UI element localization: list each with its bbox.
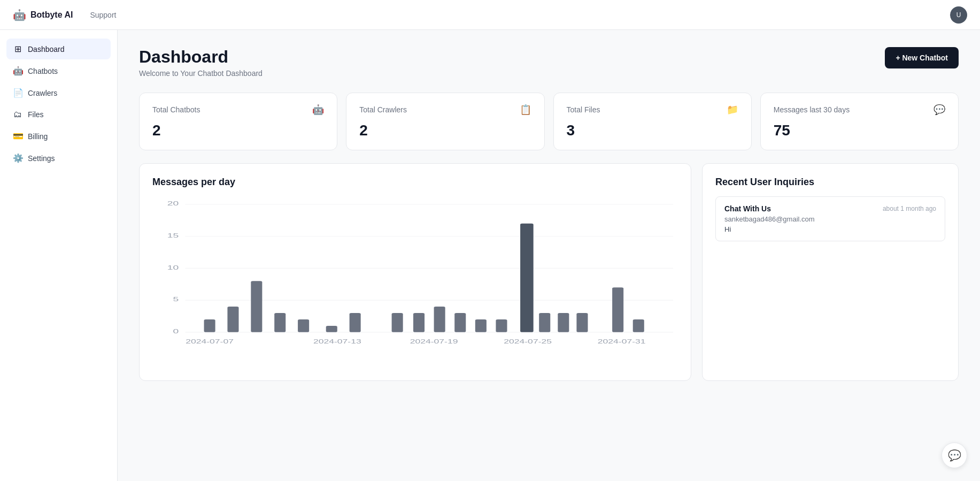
svg-rect-17 <box>392 313 403 332</box>
stat-label-crawlers: Total Crawlers <box>359 105 407 114</box>
stat-icon-chatbots: 🤖 <box>312 104 324 116</box>
inquiry-email: sanketbagad486@gmail.com <box>724 215 936 223</box>
svg-text:20: 20 <box>167 200 179 207</box>
stat-value-chatbots: 2 <box>152 122 324 139</box>
layout: ⊞ Dashboard 🤖 Chatbots 📄 Crawlers 🗂 File… <box>0 30 980 481</box>
svg-rect-25 <box>558 313 569 332</box>
inquiry-message: Hi <box>724 225 936 233</box>
chart-title: Messages per day <box>152 177 678 188</box>
new-chatbot-button[interactable]: + New Chatbot <box>885 47 959 68</box>
svg-text:2024-07-25: 2024-07-25 <box>504 339 552 345</box>
sidebar-label-crawlers: Crawlers <box>28 89 57 97</box>
svg-rect-21 <box>475 319 487 332</box>
chart-card: Messages per day 20 15 10 5 0 <box>139 163 691 381</box>
stat-card-chatbots: Total Chatbots 🤖 2 <box>139 93 337 150</box>
support-link[interactable]: Support <box>90 11 116 19</box>
svg-rect-12 <box>251 281 262 332</box>
chart-svg: 20 15 10 5 0 <box>152 196 678 368</box>
stat-card-messages: Messages last 30 days 💬 75 <box>760 93 959 150</box>
stat-card-crawlers: Total Crawlers 📋 2 <box>346 93 544 150</box>
inquiry-header: Chat With Us about 1 month ago <box>724 204 936 213</box>
files-icon: 🗂 <box>13 110 22 119</box>
chat-fab-button[interactable]: 💬 <box>942 442 967 468</box>
inquiries-title: Recent User Inquiries <box>715 177 945 188</box>
chart-area: 20 15 10 5 0 <box>152 196 678 368</box>
page-subtitle: Welcome to Your Chatbot Dashboard <box>139 69 263 78</box>
svg-text:2024-07-13: 2024-07-13 <box>313 339 361 345</box>
topnav-left: 🤖 Botbyte AI Support <box>13 9 116 21</box>
chat-fab-icon: 💬 <box>948 449 961 462</box>
bottom-row: Messages per day 20 15 10 5 0 <box>139 163 959 381</box>
svg-rect-28 <box>633 319 644 332</box>
svg-rect-26 <box>576 313 588 332</box>
svg-rect-10 <box>204 319 215 332</box>
inquiry-time: about 1 month ago <box>883 205 936 212</box>
stat-card-header-chatbots: Total Chatbots 🤖 <box>152 104 324 116</box>
svg-text:2024-07-31: 2024-07-31 <box>598 339 646 345</box>
page-header: Dashboard Welcome to Your Chatbot Dashbo… <box>139 47 959 78</box>
sidebar-label-billing: Billing <box>28 132 48 141</box>
stat-icon-crawlers: 📋 <box>520 104 531 116</box>
svg-rect-19 <box>434 307 445 332</box>
sidebar-item-billing[interactable]: 💳 Billing <box>6 126 111 147</box>
stat-card-header-messages: Messages last 30 days 💬 <box>774 104 945 116</box>
inquiry-item: Chat With Us about 1 month ago sanketbag… <box>715 196 945 241</box>
avatar[interactable]: U <box>950 6 967 24</box>
stat-value-crawlers: 2 <box>359 122 531 139</box>
svg-rect-16 <box>350 313 361 332</box>
stat-icon-messages: 💬 <box>933 104 945 116</box>
sidebar-item-files[interactable]: 🗂 Files <box>6 104 111 125</box>
dashboard-icon: ⊞ <box>13 44 22 54</box>
logo: 🤖 Botbyte AI <box>13 9 73 21</box>
svg-text:2024-07-07: 2024-07-07 <box>186 339 234 345</box>
crawlers-icon: 📄 <box>13 88 22 98</box>
svg-rect-18 <box>413 313 425 332</box>
svg-text:5: 5 <box>173 296 179 302</box>
sidebar-label-dashboard: Dashboard <box>28 45 65 54</box>
settings-icon: ⚙️ <box>13 153 22 163</box>
stat-card-header-files: Total Files 📁 <box>567 104 738 116</box>
stat-value-messages: 75 <box>774 122 945 139</box>
page-title: Dashboard <box>139 47 263 67</box>
svg-rect-14 <box>298 319 309 332</box>
page-header-text: Dashboard Welcome to Your Chatbot Dashbo… <box>139 47 263 78</box>
sidebar-item-chatbots[interactable]: 🤖 Chatbots <box>6 60 111 81</box>
svg-rect-11 <box>227 307 238 332</box>
sidebar-label-chatbots: Chatbots <box>28 67 58 75</box>
billing-icon: 💳 <box>13 131 22 141</box>
stat-label-files: Total Files <box>567 105 600 114</box>
sidebar-label-settings: Settings <box>28 154 55 163</box>
stat-card-header-crawlers: Total Crawlers 📋 <box>359 104 531 116</box>
svg-rect-13 <box>274 313 285 332</box>
svg-rect-27 <box>612 287 623 332</box>
svg-text:0: 0 <box>173 328 179 334</box>
svg-text:10: 10 <box>167 264 179 270</box>
svg-rect-22 <box>496 319 507 332</box>
stat-label-chatbots: Total Chatbots <box>152 105 200 114</box>
sidebar-label-files: Files <box>28 110 44 119</box>
sidebar-item-dashboard[interactable]: ⊞ Dashboard <box>6 39 111 59</box>
svg-rect-15 <box>326 326 337 332</box>
inquiry-name: Chat With Us <box>724 204 771 213</box>
sidebar: ⊞ Dashboard 🤖 Chatbots 📄 Crawlers 🗂 File… <box>0 30 118 481</box>
topnav: 🤖 Botbyte AI Support U <box>0 0 980 30</box>
svg-rect-24 <box>539 313 550 332</box>
stats-row: Total Chatbots 🤖 2 Total Crawlers 📋 2 To… <box>139 93 959 150</box>
sidebar-item-settings[interactable]: ⚙️ Settings <box>6 148 111 169</box>
svg-rect-20 <box>454 313 466 332</box>
stat-card-files: Total Files 📁 3 <box>553 93 752 150</box>
stat-value-files: 3 <box>567 122 738 139</box>
sidebar-item-crawlers[interactable]: 📄 Crawlers <box>6 82 111 103</box>
inquiries-card: Recent User Inquiries Chat With Us about… <box>702 163 959 381</box>
svg-text:2024-07-19: 2024-07-19 <box>410 339 458 345</box>
stat-label-messages: Messages last 30 days <box>774 105 850 114</box>
logo-icon: 🤖 <box>13 9 26 21</box>
chatbots-icon: 🤖 <box>13 66 22 76</box>
app-name: Botbyte AI <box>30 10 73 20</box>
svg-rect-23 <box>520 224 534 332</box>
stat-icon-files: 📁 <box>727 104 738 116</box>
main-content: Dashboard Welcome to Your Chatbot Dashbo… <box>118 30 980 481</box>
svg-text:15: 15 <box>167 232 179 239</box>
